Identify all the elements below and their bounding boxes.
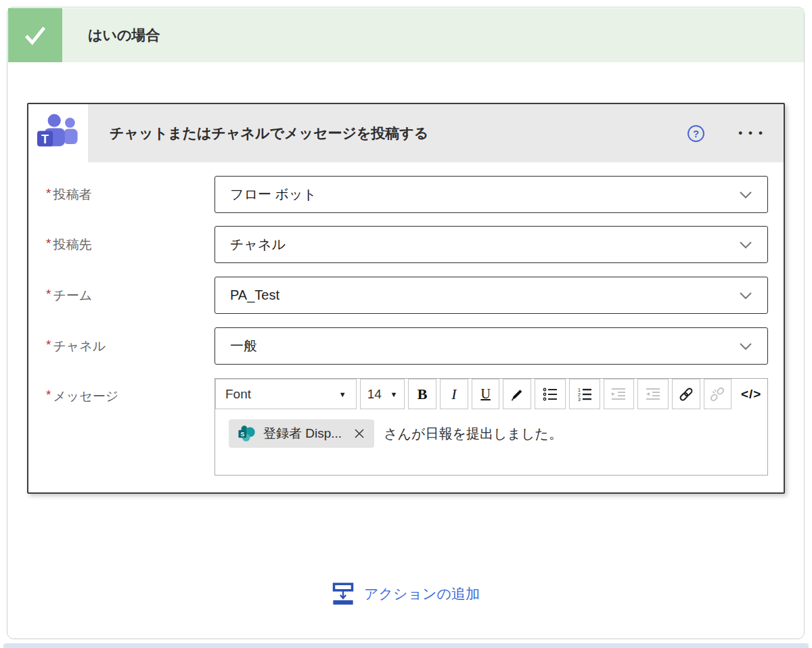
add-action-button[interactable]: アクションの追加 <box>0 575 812 613</box>
question-mark-icon: ? <box>693 128 699 139</box>
font-family-dropdown[interactable]: Font ▼ <box>215 379 357 409</box>
card-header[interactable]: T チャットまたはチャネルでメッセージを投稿する ? ••• <box>28 104 784 162</box>
post-in-select[interactable]: チャネル <box>215 226 768 263</box>
indent-increase-icon <box>610 386 627 402</box>
condition-yes-check <box>8 8 62 62</box>
bold-button[interactable]: B <box>408 379 436 409</box>
required-asterisk: * <box>46 186 51 201</box>
field-label: * 投稿者 <box>46 186 215 204</box>
condition-branch-header[interactable]: はいの場合 <box>8 8 804 62</box>
highlighter-pen-icon <box>510 387 524 402</box>
token-label: 登録者 Disp... <box>263 425 342 442</box>
channel-select-value: 一般 <box>230 337 257 355</box>
channel-select[interactable]: 一般 <box>215 327 768 365</box>
field-row-team: * チーム PA_Test <box>46 277 768 314</box>
checkmark-icon <box>20 20 50 50</box>
message-content[interactable]: S 登録者 Disp... さんが日報を提出しました。 <box>215 409 767 448</box>
post-in-select-value: チャネル <box>230 235 286 254</box>
link-icon <box>678 386 694 402</box>
field-row-message: * メッセージ Font ▼ 14 ▼ B I U <box>46 378 768 476</box>
message-rich-text-editor[interactable]: Font ▼ 14 ▼ B I U <box>215 378 768 476</box>
poster-select[interactable]: フロー ボット <box>215 176 768 213</box>
svg-text:S: S <box>240 430 244 437</box>
insert-action-icon <box>332 582 354 605</box>
message-static-text: さんが日報を提出しました。 <box>384 425 562 443</box>
required-asterisk: * <box>46 388 51 402</box>
action-title: チャットまたはチャネルでメッセージを投稿する <box>110 124 687 143</box>
caret-down-icon: ▼ <box>390 390 397 398</box>
remove-link-button[interactable] <box>704 379 732 409</box>
condition-title-bar: はいの場合 <box>62 8 804 62</box>
font-size-dropdown[interactable]: 14 ▼ <box>360 379 405 409</box>
poster-select-value: フロー ボット <box>230 185 317 204</box>
svg-text:3: 3 <box>578 397 581 402</box>
field-label: * チャネル <box>46 338 215 355</box>
italic-button[interactable]: I <box>440 379 468 409</box>
chevron-down-icon <box>739 191 752 199</box>
field-label: * 投稿先 <box>46 236 215 254</box>
bullet-list-button[interactable] <box>535 379 566 409</box>
team-select-value: PA_Test <box>230 287 279 303</box>
chevron-down-icon <box>739 342 752 350</box>
required-asterisk: * <box>46 287 51 302</box>
field-row-post-in: * 投稿先 チャネル <box>46 226 768 263</box>
svg-text:T: T <box>41 133 49 146</box>
numbered-list-button[interactable]: 1 2 3 <box>569 379 600 409</box>
teams-action-card: T チャットまたはチャネルでメッセージを投稿する ? ••• * 投稿者 フロー… <box>27 103 785 494</box>
sharepoint-icon: S <box>238 425 256 443</box>
token-remove-button[interactable] <box>354 428 365 439</box>
field-row-recipient: * 投稿者 フロー ボット <box>46 176 768 213</box>
help-button[interactable]: ? <box>687 125 704 142</box>
field-label: * チーム <box>46 287 215 304</box>
underline-button[interactable]: U <box>472 379 500 409</box>
close-icon <box>354 428 365 439</box>
insert-link-button[interactable] <box>672 379 700 409</box>
rte-toolbar: Font ▼ 14 ▼ B I U <box>215 379 767 409</box>
indent-increase-button[interactable] <box>604 379 635 409</box>
bullet-list-icon <box>542 386 558 402</box>
required-asterisk: * <box>46 338 51 352</box>
svg-text:1: 1 <box>578 388 581 392</box>
indent-decrease-icon <box>645 386 661 402</box>
unlink-icon <box>709 386 725 402</box>
field-label: * メッセージ <box>46 388 215 476</box>
chevron-down-icon <box>739 292 752 300</box>
indent-decrease-button[interactable] <box>637 379 669 409</box>
field-row-channel: * チャネル 一般 <box>46 327 768 365</box>
more-menu-button[interactable]: ••• <box>738 126 769 140</box>
caret-down-icon: ▼ <box>339 390 346 398</box>
microsoft-teams-icon: T <box>36 113 81 154</box>
next-element-edge <box>3 643 809 648</box>
dynamic-content-token[interactable]: S 登録者 Disp... <box>229 419 374 448</box>
highlight-button[interactable] <box>503 379 531 409</box>
code-view-button[interactable]: </> <box>735 379 767 409</box>
connector-icon-cell: T <box>28 104 88 162</box>
chevron-down-icon <box>739 241 752 249</box>
required-asterisk: * <box>46 236 51 251</box>
add-action-label: アクションの追加 <box>364 584 480 603</box>
numbered-list-icon: 1 2 3 <box>577 386 593 402</box>
svg-text:2: 2 <box>578 392 581 397</box>
condition-title: はいの場合 <box>62 26 160 45</box>
team-select[interactable]: PA_Test <box>215 277 768 314</box>
